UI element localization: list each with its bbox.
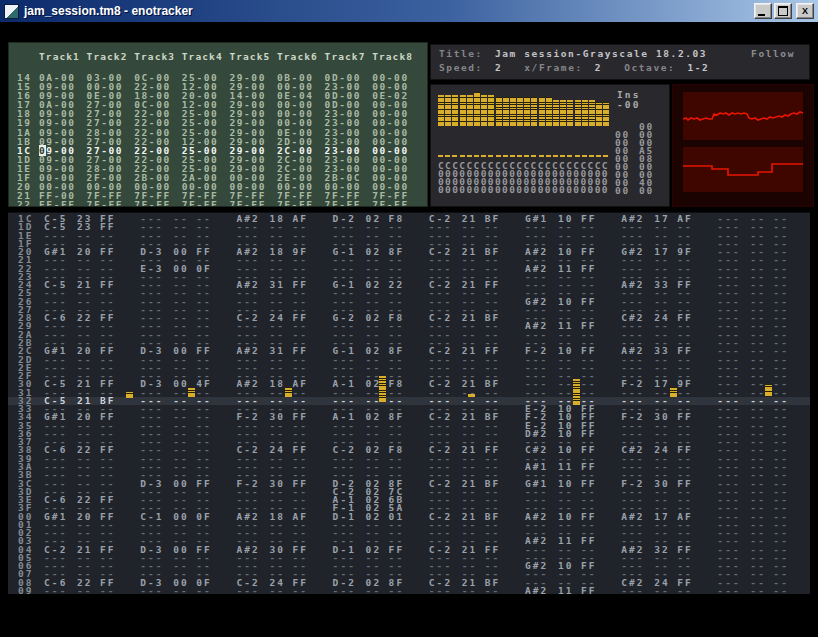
envelope-bar	[445, 95, 451, 126]
pattern-row-number: 09	[18, 587, 44, 594]
track-header-row: Track1Track2Track3Track4Track5Track6Trac…	[17, 52, 420, 61]
instrument-table[interactable]: CCCCCCCCCCCCCCCCCCCCCCCC0000000000000000…	[438, 162, 609, 194]
song-cell[interactable]: 7F-FF	[134, 200, 174, 207]
pattern-editor[interactable]: 1CC-523FF-------A#218AFD-202F8C-221BFG#1…	[8, 212, 810, 594]
oscilloscope-bottom	[683, 147, 803, 192]
pattern-channel[interactable]: -------	[429, 587, 525, 594]
baseline-dash	[567, 155, 572, 157]
cell-instrument[interactable]: 11	[558, 587, 581, 594]
close-button[interactable]: X	[796, 3, 814, 19]
cell-note[interactable]: ---	[140, 587, 173, 594]
track-header: Track6	[277, 52, 317, 61]
pattern-channel[interactable]: A#211FF	[525, 587, 621, 594]
pattern-channel[interactable]: -------	[717, 587, 810, 594]
song-cell[interactable]: 7F-FF	[229, 200, 269, 207]
pattern-channel[interactable]: -------	[140, 587, 236, 594]
cell-note[interactable]: ---	[717, 587, 750, 594]
song-cell[interactable]: 7F-FF	[182, 200, 222, 207]
baseline-dash	[460, 155, 465, 157]
baseline-dash	[596, 155, 601, 157]
cell-instrument[interactable]: --	[366, 587, 389, 594]
envelope-bar	[531, 97, 537, 126]
song-row-number: 22	[17, 200, 39, 207]
baseline-dash	[503, 155, 508, 157]
cell-volume[interactable]: --	[100, 587, 140, 594]
envelope-bar	[546, 97, 552, 126]
baseline-dash	[445, 155, 450, 157]
cell-volume[interactable]: --	[677, 587, 717, 594]
envelope-bar-graph[interactable]	[438, 92, 614, 126]
octave-value[interactable]: 1-2	[687, 62, 709, 73]
cell-instrument[interactable]: --	[269, 587, 292, 594]
baseline-dash	[452, 155, 457, 157]
cell-instrument[interactable]: --	[173, 587, 196, 594]
song-title-value[interactable]: Jam session-Grayscale 18.2.03	[495, 48, 707, 59]
title-bar[interactable]: jam_session.tm8 - enotracker X	[0, 0, 818, 23]
vu-meter-bar	[573, 379, 580, 405]
pattern-channel[interactable]: -------	[236, 587, 332, 594]
instrument-value-row[interactable]: 0000	[615, 187, 663, 195]
app-icon	[4, 4, 19, 19]
cell-note[interactable]: ---	[621, 587, 654, 594]
minimize-button[interactable]	[754, 3, 772, 19]
instrument-values: 000000000000A500080000000000400000	[615, 123, 663, 195]
cell-instrument[interactable]: --	[77, 587, 100, 594]
envelope-bar	[488, 95, 494, 126]
follow-toggle[interactable]: Follow	[751, 48, 795, 59]
song-cell[interactable]: 7F-FF	[372, 200, 412, 207]
envelope-bar	[560, 100, 566, 126]
baseline-dash	[488, 155, 493, 157]
envelope-bar	[589, 100, 595, 126]
track-header: Track5	[229, 52, 269, 61]
song-row[interactable]: 22FF-FF7F-FF7F-FF7F-FF7F-FF7F-FF7F-FF7F-…	[17, 200, 420, 207]
cell-volume[interactable]: --	[196, 587, 236, 594]
baseline-dash	[517, 155, 522, 157]
speed-value[interactable]: 2	[495, 62, 502, 73]
song-order-list: 140A-0003-000C-0025-0029-000B-000D-0000-…	[17, 73, 420, 207]
track-header: Track2	[87, 52, 127, 61]
envelope-bar	[438, 95, 444, 126]
song-cell[interactable]: 7F-FF	[277, 200, 317, 207]
baseline-dash	[496, 155, 501, 157]
baseline-dash	[467, 155, 472, 157]
cell-note[interactable]: ---	[236, 587, 269, 594]
envelope-bar	[539, 97, 545, 126]
cell-instrument[interactable]: --	[654, 587, 677, 594]
pattern-channel[interactable]: -------	[44, 587, 140, 594]
cell-volume[interactable]: --	[389, 587, 429, 594]
vu-meter-bar	[285, 387, 292, 397]
envelope-bar	[474, 92, 480, 126]
cell-note[interactable]: A#2	[525, 587, 558, 594]
song-cell[interactable]: FF-FF	[39, 200, 79, 207]
cell-volume[interactable]: --	[485, 587, 525, 594]
song-cell[interactable]: 7F-FF	[87, 200, 127, 207]
cell-volume[interactable]: FF	[581, 587, 621, 594]
cell-note[interactable]: ---	[429, 587, 462, 594]
song-cell[interactable]: 7F-FF	[325, 200, 365, 207]
frame-label: x/Frame:	[524, 62, 583, 73]
cell-instrument[interactable]: --	[750, 587, 773, 594]
ins-number[interactable]: -00	[617, 100, 640, 110]
envelope-bar	[524, 97, 530, 126]
instrument-char-row[interactable]: 000000000000000000000000	[438, 186, 609, 194]
pattern-rows: 1CC-523FF-------A#218AFD-202F8C-221BFG#1…	[8, 215, 810, 594]
envelope-bar	[582, 100, 588, 126]
cell-volume[interactable]: --	[773, 587, 810, 594]
vu-meter-bar	[379, 376, 386, 402]
pattern-row[interactable]: 09-----------------------------------A#2…	[8, 587, 810, 594]
maximize-button[interactable]	[774, 3, 792, 19]
pattern-channel[interactable]: -------	[621, 587, 717, 594]
cell-note[interactable]: ---	[333, 587, 366, 594]
speed-label: Speed:	[439, 62, 483, 73]
envelope-bar	[596, 102, 602, 126]
baseline-dash	[474, 155, 479, 157]
envelope-bar	[553, 100, 559, 126]
frame-value[interactable]: 2	[595, 62, 602, 73]
cell-note[interactable]: ---	[44, 587, 77, 594]
pattern-channel[interactable]: -------	[333, 587, 429, 594]
cell-instrument[interactable]: --	[462, 587, 485, 594]
envelope-bar	[575, 100, 581, 126]
track-header: Track8	[372, 52, 412, 61]
cell-volume[interactable]: --	[292, 587, 332, 594]
envelope-bar	[567, 100, 573, 126]
